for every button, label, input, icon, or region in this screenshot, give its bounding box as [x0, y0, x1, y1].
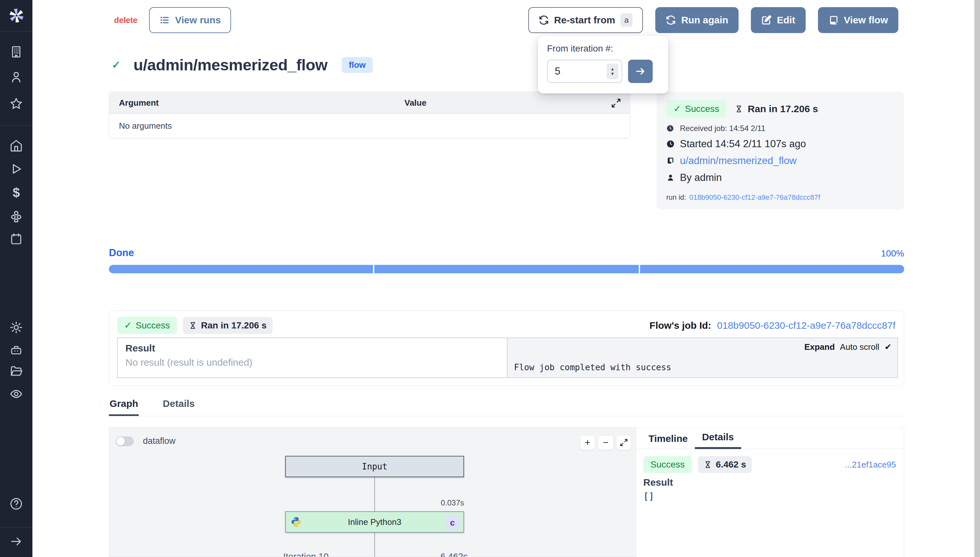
check-icon: ✓ [124, 320, 132, 331]
dataflow-label: dataflow [143, 436, 176, 446]
confirm-restart-button[interactable] [628, 60, 653, 83]
tab-timeline[interactable]: Timeline [648, 433, 695, 449]
flow-path-link[interactable]: u/admin/mesmerized_flow [680, 155, 796, 167]
python-step-node[interactable]: Inline Python3 c [285, 511, 464, 533]
arguments-empty-row: No arguments [109, 114, 630, 138]
duration-badge: 6.462 s [698, 456, 752, 473]
refresh-icon [539, 15, 549, 25]
clock-icon [666, 124, 674, 132]
check-icon: ✔ [884, 342, 892, 352]
title-row: ✓ u/admin/mesmerized_flow flow [112, 56, 373, 74]
hourglass-icon [735, 105, 743, 113]
iteration-duration-label: 6.462s [437, 552, 471, 557]
flow-scroll-icon [828, 15, 839, 25]
iteration-number-input[interactable]: ▲ ▼ [547, 60, 622, 83]
fullscreen-button[interactable] [616, 435, 632, 450]
clock-icon [666, 140, 675, 148]
schedules-calendar-icon[interactable] [9, 232, 23, 246]
python-icon [290, 516, 302, 528]
log-box[interactable]: Expand Auto scroll ✔ Flow job completed … [507, 337, 898, 378]
column-value: Value [405, 98, 426, 108]
flow-result-panel: ✓ Success Ran in 17.206 s Flow's job Id:… [109, 311, 904, 386]
number-spinner[interactable]: ▲ ▼ [607, 64, 618, 79]
run-id-link[interactable]: 018b9050-6230-cf12-a9e7-76a78dccc87f [689, 193, 820, 202]
iteration-label: Iteration 10 [280, 552, 333, 557]
runs-play-icon[interactable] [9, 162, 23, 176]
restart-from-button[interactable]: Re-start from a [528, 7, 643, 33]
flow-graph-panel: dataflow + − Input 0.037s Inline Python3… [109, 427, 636, 557]
zoom-out-button[interactable]: − [598, 435, 613, 450]
view-runs-button[interactable]: View runs [149, 7, 231, 33]
arguments-table: Argument Value No arguments [109, 92, 630, 138]
sidebar: $ [0, 0, 33, 557]
view-flow-button[interactable]: View flow [818, 7, 898, 33]
variables-dollar-icon[interactable]: $ [9, 186, 23, 200]
duration-text: Ran in 17.206 s [735, 103, 818, 114]
user-icon[interactable] [9, 70, 23, 84]
tab-graph[interactable]: Graph [109, 398, 139, 416]
restart-from-popup: From iteration #: ▲ ▼ [538, 36, 668, 93]
edit-button[interactable]: Edit [751, 7, 806, 33]
progress-segment [109, 265, 373, 273]
main-tabs: Graph Details [109, 398, 904, 416]
result-box: Result No result (result is undefined) [117, 337, 507, 378]
run-id-row: run id: 018b9050-6230-cf12-a9e7-76a78dcc… [666, 193, 894, 202]
scrollbar[interactable] [974, 0, 980, 557]
expand-sidebar-arrow-icon[interactable] [9, 534, 23, 549]
page-title: u/admin/mesmerized_flow [133, 56, 327, 74]
progress-segment [374, 265, 639, 273]
windmill-logo-icon[interactable] [7, 7, 26, 24]
edge-duration-label: 0.037s [285, 498, 464, 507]
received-job-row: Received job: 14:54 2/11 [666, 124, 894, 133]
header-actions: Re-start from a Run again Edit View flow [528, 7, 898, 33]
zoom-in-button[interactable]: + [580, 435, 595, 450]
sidebar-divider [0, 125, 33, 125]
status-badge: ✓ Success [666, 100, 726, 117]
progress-bar [109, 265, 904, 273]
progress-labels: Done 100% [109, 247, 904, 259]
workers-robot-icon[interactable] [9, 343, 23, 357]
cache-badge: c [445, 516, 460, 530]
duration-badge: Ran in 17.206 s [183, 317, 272, 334]
hourglass-icon [189, 321, 197, 330]
workspace-building-icon[interactable] [9, 45, 23, 59]
expand-log-button[interactable]: Expand [804, 342, 835, 352]
person-icon [666, 173, 675, 182]
success-check-icon: ✓ [112, 59, 120, 71]
check-icon: ✓ [673, 103, 681, 114]
help-icon[interactable] [9, 497, 23, 511]
status-badge: Success [643, 456, 692, 473]
settings-gear-icon[interactable] [9, 320, 23, 335]
edit-pencil-icon [761, 15, 772, 25]
home-icon[interactable] [9, 139, 23, 153]
sidebar-divider [0, 31, 33, 31]
step-result-value: [] [643, 491, 654, 502]
run-again-button[interactable]: Run again [655, 7, 739, 33]
tab-details[interactable]: Details [162, 398, 195, 416]
arguments-table-header: Argument Value [109, 92, 630, 114]
iteration-value-field[interactable] [555, 65, 603, 77]
scrollbar-thumb[interactable] [975, 0, 980, 557]
folders-icon[interactable] [9, 364, 23, 378]
step-job-link[interactable]: ...21ef1ace95 [845, 460, 896, 470]
from-iteration-label: From iteration #: [547, 44, 659, 54]
dataflow-toggle[interactable] [116, 436, 134, 446]
autoscroll-toggle[interactable]: Auto scroll [840, 342, 879, 352]
job-id-link[interactable]: 018b9050-6230-cf12-a9e7-76a78dccc87f [717, 320, 895, 331]
status-badge: ✓ Success [117, 317, 177, 334]
resources-boxes-icon[interactable] [9, 209, 23, 224]
input-node[interactable]: Input [285, 456, 464, 477]
delete-button[interactable]: delete [114, 16, 137, 25]
shortcut-kbd: a [620, 13, 632, 27]
header-left: delete View runs [114, 7, 231, 33]
started-row: Started 14:54 2/11 107s ago [666, 138, 894, 150]
list-icon [159, 15, 170, 25]
favorites-star-icon[interactable] [9, 97, 23, 111]
expand-arguments-icon[interactable] [611, 98, 621, 108]
progress-status: Done [109, 247, 134, 259]
spin-down-icon[interactable]: ▼ [611, 72, 615, 76]
audit-eye-icon[interactable] [9, 387, 23, 401]
tab-step-details[interactable]: Details [695, 432, 741, 449]
spin-up-icon[interactable]: ▲ [611, 67, 615, 71]
column-argument: Argument [109, 98, 405, 108]
